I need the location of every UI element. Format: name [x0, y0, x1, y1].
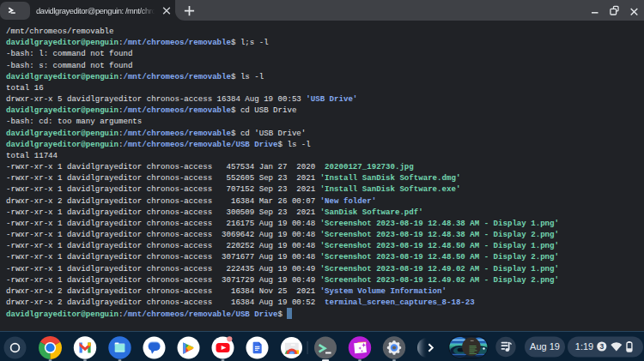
- svg-text:1:19: 1:19: [575, 341, 593, 352]
- svg-text:Aug 19: Aug 19: [530, 341, 560, 352]
- svg-text:3: 3: [599, 342, 604, 351]
